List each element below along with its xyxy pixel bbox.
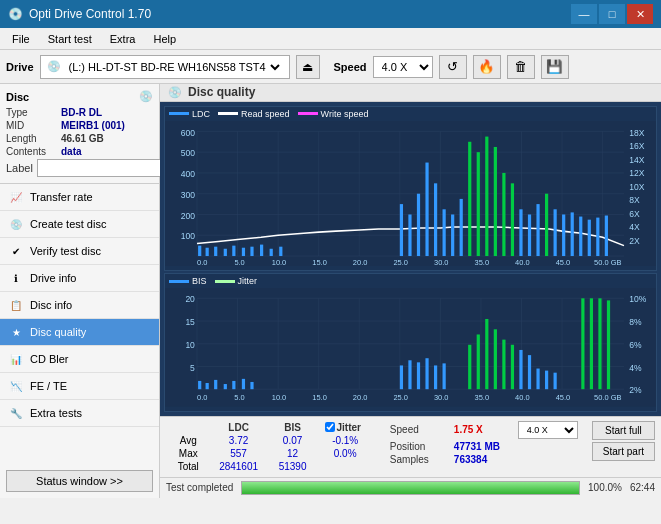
svg-text:5: 5	[190, 363, 195, 373]
svg-rect-104	[400, 366, 403, 390]
menu-start-test[interactable]: Start test	[40, 31, 100, 47]
sidebar-item-create-test-disc[interactable]: 💿 Create test disc	[0, 211, 159, 238]
titlebar: 💿 Opti Drive Control 1.70 — □ ✕	[0, 0, 661, 28]
length-value: 46.61 GB	[61, 133, 104, 144]
sidebar-item-extra-tests[interactable]: 🔧 Extra tests	[0, 400, 159, 427]
start-full-button[interactable]: Start full	[592, 421, 655, 440]
stats-row-avg: Avg 3.72 0.07 -0.1%	[168, 434, 374, 447]
toolbar: Drive 💿 (L:) HL-DT-ST BD-RE WH16NS58 TST…	[0, 50, 661, 84]
svg-rect-22	[224, 249, 227, 256]
label-input[interactable]	[37, 159, 170, 177]
legend-write-speed: Write speed	[298, 109, 369, 119]
svg-rect-37	[468, 142, 471, 256]
nav-label-verify-test-disc: Verify test disc	[30, 245, 101, 257]
avg-label: Avg	[168, 434, 209, 447]
svg-rect-35	[451, 214, 454, 256]
svg-rect-97	[198, 381, 201, 389]
drive-dropdown[interactable]: (L:) HL-DT-ST BD-RE WH16NS58 TST4	[65, 60, 283, 74]
app-title: Opti Drive Control 1.70	[29, 7, 151, 21]
sidebar-item-cd-bler[interactable]: 📊 CD Bler	[0, 346, 159, 373]
close-button[interactable]: ✕	[627, 4, 653, 24]
samples-value: 763384	[454, 454, 514, 465]
total-label: Total	[168, 460, 209, 473]
save-button[interactable]: 💾	[541, 55, 569, 79]
chart2-legend: BIS Jitter	[165, 274, 656, 288]
avg-ldc: 3.72	[209, 434, 269, 447]
erase-button[interactable]: 🗑	[507, 55, 535, 79]
svg-text:10.0: 10.0	[272, 393, 287, 402]
label-label: Label	[6, 162, 33, 174]
svg-rect-123	[598, 299, 601, 390]
minimize-button[interactable]: —	[571, 4, 597, 24]
svg-text:20.0: 20.0	[353, 393, 368, 402]
sidebar-item-disc-quality[interactable]: ★ Disc quality	[0, 319, 159, 346]
disc-info-icon: 📋	[8, 297, 24, 313]
svg-rect-103	[250, 382, 253, 389]
svg-text:6X: 6X	[629, 208, 640, 218]
menu-file[interactable]: File	[4, 31, 38, 47]
svg-rect-41	[502, 173, 505, 256]
svg-rect-101	[232, 381, 235, 389]
eject-button[interactable]: ⏏	[296, 55, 320, 79]
start-part-button[interactable]: Start part	[592, 442, 655, 461]
svg-text:6%: 6%	[629, 340, 642, 350]
nav-label-disc-info: Disc info	[30, 299, 72, 311]
svg-rect-21	[214, 246, 217, 255]
speed-stat-dropdown[interactable]: 4.0 X	[518, 421, 578, 439]
legend-read-speed: Read speed	[218, 109, 290, 119]
svg-text:200: 200	[181, 211, 196, 221]
svg-rect-124	[607, 301, 610, 390]
svg-text:10: 10	[185, 340, 195, 350]
type-value: BD-R DL	[61, 107, 102, 118]
nav-label-disc-quality: Disc quality	[30, 326, 86, 338]
sidebar-item-fe-te[interactable]: 📉 FE / TE	[0, 373, 159, 400]
speed-dropdown[interactable]: 1.0 X 2.0 X 4.0 X 6.0 X 8.0 X	[373, 56, 433, 78]
sidebar: Disc 💿 Type BD-R DL MID MEIRB1 (001) Len…	[0, 84, 160, 498]
svg-text:0.0: 0.0	[197, 258, 207, 266]
position-row: Position 47731 MB	[390, 441, 578, 452]
maximize-button[interactable]: □	[599, 4, 625, 24]
legend-bis: BIS	[169, 276, 207, 286]
drive-info-icon: ℹ	[8, 270, 24, 286]
svg-text:4X: 4X	[629, 222, 640, 232]
nav-label-create-test-disc: Create test disc	[30, 218, 106, 230]
mid-label: MID	[6, 120, 61, 131]
burn-button[interactable]: 🔥	[473, 55, 501, 79]
menu-help[interactable]: Help	[145, 31, 184, 47]
refresh-button[interactable]: ↺	[439, 55, 467, 79]
stats-row-max: Max 557 12 0.0%	[168, 447, 374, 460]
progressbar-area: Test completed 100.0% 62:44	[160, 477, 661, 498]
svg-rect-115	[511, 345, 514, 389]
svg-rect-50	[579, 216, 582, 255]
main-area: Disc 💿 Type BD-R DL MID MEIRB1 (001) Len…	[0, 84, 661, 498]
svg-text:30.0: 30.0	[434, 393, 449, 402]
svg-text:300: 300	[181, 190, 196, 200]
content-header-icon: 💿	[168, 86, 182, 99]
drive-label: Drive	[6, 61, 34, 73]
sidebar-item-transfer-rate[interactable]: 📈 Transfer rate	[0, 184, 159, 211]
menu-extra[interactable]: Extra	[102, 31, 144, 47]
svg-rect-47	[554, 209, 557, 256]
legend-ldc: LDC	[169, 109, 210, 119]
content-header-title: Disc quality	[188, 85, 255, 99]
sidebar-item-disc-info[interactable]: 📋 Disc info	[0, 292, 159, 319]
sidebar-item-verify-test-disc[interactable]: ✔ Verify test disc	[0, 238, 159, 265]
status-window-button[interactable]: Status window >>	[6, 470, 153, 492]
svg-rect-36	[460, 199, 463, 256]
nav-label-transfer-rate: Transfer rate	[30, 191, 93, 203]
jitter-checkbox[interactable]	[325, 422, 335, 432]
svg-rect-110	[468, 345, 471, 389]
progress-fill	[242, 482, 579, 494]
svg-text:15.0: 15.0	[312, 258, 327, 266]
avg-bis: 0.07	[269, 434, 317, 447]
svg-text:500: 500	[181, 148, 196, 158]
sidebar-item-drive-info[interactable]: ℹ Drive info	[0, 265, 159, 292]
svg-rect-118	[536, 369, 539, 390]
chart2-svg: 20 15 10 5 10% 8% 6% 4% 2% 0.0 5.0 10.0 …	[165, 288, 656, 407]
svg-rect-52	[596, 217, 599, 255]
samples-row: Samples 763384	[390, 454, 578, 465]
svg-text:40.0: 40.0	[515, 393, 530, 402]
stats-right: Speed 1.75 X 4.0 X Position 47731 MB Sam…	[382, 417, 586, 477]
nav-label-fe-te: FE / TE	[30, 380, 67, 392]
svg-rect-33	[434, 183, 437, 256]
